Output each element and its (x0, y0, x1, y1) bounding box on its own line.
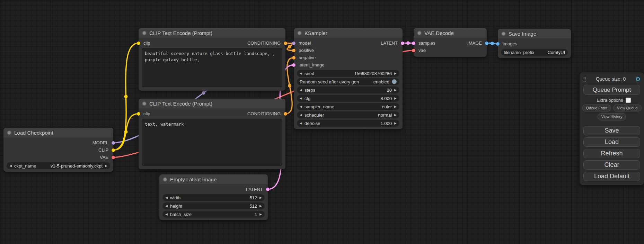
widget-value: ComfyUI (547, 50, 565, 55)
conditioning-output-port[interactable] (284, 112, 287, 116)
increment-arrow-icon[interactable]: ▶ (394, 114, 397, 117)
increment-arrow-icon[interactable]: ▶ (394, 105, 397, 108)
increment-arrow-icon[interactable]: ▶ (394, 89, 397, 92)
node-title-bar[interactable]: Save Image (498, 29, 571, 38)
port-row: LATENT (159, 186, 268, 193)
queue-prompt-button[interactable]: Queue Prompt (583, 85, 640, 95)
node-graph-canvas[interactable]: Load Checkpoint MODEL CLIP VAE ◀ ckpt_na… (0, 0, 644, 244)
node-clip-text-encode-negative[interactable]: CLIP Text Encode (Prompt) clip CONDITION… (139, 99, 285, 169)
widget-height[interactable]: ◀ height 512 ▶ (162, 202, 265, 209)
widget-denoise[interactable]: ◀ denoise 1.000 ▶ (297, 120, 399, 127)
decrement-arrow-icon[interactable]: ◀ (300, 114, 302, 117)
node-vae-decode[interactable]: VAE Decode samples IMAGE vae (414, 28, 487, 57)
node-title-bar[interactable]: Empty Latent Image (159, 174, 268, 184)
vae-output-port[interactable] (112, 156, 115, 159)
latent-output-port[interactable] (266, 188, 270, 191)
widget-batch-size[interactable]: ◀ batch_size 1 ▶ (162, 211, 265, 218)
node-title-bar[interactable]: Load Checkpoint (3, 128, 113, 137)
save-button[interactable]: Save (583, 126, 640, 135)
drag-handle-icon[interactable]: ⣿ (583, 76, 586, 82)
collapse-dot-icon[interactable] (142, 101, 147, 106)
decrement-arrow-icon[interactable]: ◀ (300, 122, 302, 125)
refresh-button[interactable]: Refresh (583, 149, 640, 158)
decrement-arrow-icon[interactable]: ◀ (165, 213, 168, 216)
widget-steps[interactable]: ◀ steps 20 ▶ (297, 87, 399, 93)
latent-image-input-port[interactable] (292, 63, 295, 67)
collapse-dot-icon[interactable] (163, 177, 167, 182)
widget-value: v1-5-pruned-emaonly.ckpt (51, 163, 103, 169)
view-history-button[interactable]: View History (598, 113, 626, 120)
collapse-dot-icon[interactable] (142, 31, 147, 35)
node-clip-text-encode-positive[interactable]: CLIP Text Encode (Prompt) clip CONDITION… (139, 28, 285, 91)
input-label: clip (143, 111, 150, 116)
prompt-textarea[interactable]: beautiful scenery nature glass bottle la… (142, 48, 282, 87)
input-label: images (503, 41, 517, 46)
samples-input-port[interactable] (412, 42, 415, 45)
widget-filename-prefix[interactable]: filename_prefix ComfyUI (501, 49, 568, 56)
latent-output-port[interactable] (401, 42, 404, 45)
queue-front-button[interactable]: Queue Front (582, 105, 611, 111)
node-save-image[interactable]: Save Image images filename_prefix ComfyU… (498, 29, 571, 58)
increment-arrow-icon[interactable]: ▶ (394, 97, 397, 100)
negative-input-port[interactable] (292, 56, 295, 60)
clip-output-port[interactable] (112, 148, 115, 152)
decrement-arrow-icon[interactable]: ◀ (300, 97, 302, 100)
increment-arrow-icon[interactable]: ▶ (259, 213, 262, 216)
images-input-port[interactable] (496, 42, 500, 46)
node-load-checkpoint[interactable]: Load Checkpoint MODEL CLIP VAE ◀ ckpt_na… (3, 128, 113, 172)
widget-value: normal (378, 112, 392, 118)
widget-scheduler[interactable]: ◀ scheduler normal ▶ (297, 111, 399, 118)
prompt-textarea[interactable]: text, watermark (142, 119, 282, 166)
node-title: CLIP Text Encode (Prompt) (149, 30, 212, 36)
load-button[interactable]: Load (583, 137, 640, 147)
decrement-arrow-icon[interactable]: ◀ (9, 164, 12, 168)
model-input-port[interactable] (292, 42, 295, 45)
model-output-port[interactable] (112, 141, 115, 145)
increment-arrow-icon[interactable]: ▶ (394, 72, 397, 75)
clear-button[interactable]: Clear (583, 160, 640, 170)
node-title-bar[interactable]: CLIP Text Encode (Prompt) (139, 99, 285, 108)
decrement-arrow-icon[interactable]: ◀ (165, 205, 168, 208)
load-default-button[interactable]: Load Default (583, 172, 640, 181)
collapse-dot-icon[interactable] (7, 130, 11, 135)
increment-arrow-icon[interactable]: ▶ (394, 122, 397, 125)
decrement-arrow-icon[interactable]: ◀ (300, 89, 302, 92)
view-queue-button[interactable]: View Queue (613, 105, 642, 111)
node-empty-latent-image[interactable]: Empty Latent Image LATENT ◀ width 512 ▶ … (159, 174, 268, 220)
image-output-port[interactable] (485, 42, 488, 45)
decrement-arrow-icon[interactable]: ◀ (300, 72, 302, 75)
node-title-bar[interactable]: CLIP Text Encode (Prompt) (139, 28, 285, 38)
collapse-dot-icon[interactable] (417, 31, 422, 35)
widget-sampler-name[interactable]: ◀ sampler_name euler ▶ (297, 103, 399, 110)
collapse-dot-icon[interactable] (501, 31, 506, 36)
widget-cfg[interactable]: ◀ cfg 8.000 ▶ (297, 95, 399, 102)
widget-width[interactable]: ◀ width 512 ▶ (162, 194, 265, 201)
node-title-bar[interactable]: KSampler (294, 28, 403, 38)
widget-value: 512 (249, 204, 257, 209)
widget-value: enabled (373, 79, 389, 84)
node-title-bar[interactable]: VAE Decode (414, 28, 487, 38)
clip-input-port[interactable] (137, 42, 140, 45)
widget-label: sampler_name (305, 104, 334, 109)
input-label: clip (143, 40, 150, 46)
widget-ckpt-name[interactable]: ◀ ckpt_name v1-5-pruned-emaonly.ckpt ▶ (7, 162, 110, 169)
toggle-knob-icon[interactable] (392, 79, 397, 84)
widget-random-seed-toggle[interactable]: Random seed after every gen enabled (297, 78, 399, 85)
conditioning-output-port[interactable] (284, 42, 287, 45)
vae-input-port[interactable] (412, 49, 415, 52)
collapse-dot-icon[interactable] (297, 31, 302, 35)
settings-gear-icon[interactable]: ⚙ (635, 76, 641, 82)
increment-arrow-icon[interactable]: ▶ (105, 164, 107, 168)
decrement-arrow-icon[interactable]: ◀ (300, 105, 302, 108)
queue-panel: ⣿ Queue size: 0 ⚙ Queue Prompt Extra opt… (580, 72, 644, 185)
widget-seed[interactable]: ◀ seed 156680208700286 ▶ (297, 70, 399, 77)
positive-input-port[interactable] (292, 49, 295, 52)
node-ksampler[interactable]: KSampler model LATENT positive negative … (294, 28, 403, 129)
decrement-arrow-icon[interactable]: ◀ (165, 196, 168, 199)
increment-arrow-icon[interactable]: ▶ (259, 196, 262, 199)
port-row: latent_image (294, 61, 403, 69)
extra-options-checkbox[interactable] (626, 98, 631, 103)
increment-arrow-icon[interactable]: ▶ (259, 205, 262, 208)
clip-input-port[interactable] (137, 112, 140, 116)
input-label: vae (418, 48, 426, 53)
